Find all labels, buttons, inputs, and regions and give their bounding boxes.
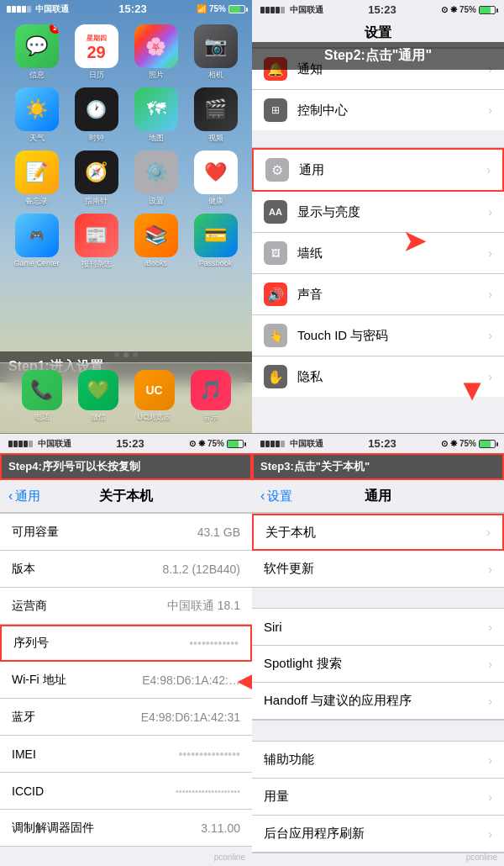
usage-chevron: ›: [488, 790, 492, 804]
q4-row-accessibility[interactable]: 辅助功能 ›: [252, 742, 504, 779]
settings-row-wallpaper[interactable]: 🖼 墙纸 ›: [252, 233, 504, 274]
q4-carrier-label: 中国联通: [290, 438, 323, 450]
handoff-label: Handoff 与建议的应用程序: [264, 693, 488, 709]
app-gamecenter[interactable]: 🎮 Game Center: [10, 214, 63, 270]
control-center-label: 控制中心: [297, 103, 488, 119]
dock-music[interactable]: 🎵 音乐: [191, 370, 231, 423]
messages-badge: 2: [50, 24, 59, 34]
app-clock-label: 时钟: [89, 133, 104, 144]
dock-phone[interactable]: 📞 电话: [22, 370, 62, 423]
q4-row-software-update[interactable]: 软件更新 ›: [252, 551, 504, 588]
wallpaper-icon: 🖼: [264, 241, 287, 265]
q1-status-left: 中国联通: [7, 3, 69, 15]
app-clock[interactable]: 🕐 时钟: [70, 87, 123, 144]
app-health[interactable]: ❤️ 健康: [189, 150, 242, 207]
app-camera[interactable]: 📷 相机: [189, 24, 242, 81]
app-settings[interactable]: ⚙️ 设置: [129, 150, 182, 207]
battery-pct-label: 75%: [209, 4, 226, 13]
settings-row-control[interactable]: ⊞ 控制中心 ›: [252, 90, 504, 130]
app-messages[interactable]: 💬 2 信息: [10, 24, 63, 81]
step2-label: Step2:点击"通用": [324, 48, 432, 62]
dock-uc[interactable]: UC UC浏览器: [134, 370, 175, 423]
q4-section-3: 辅助功能 › 用量 › 后台应用程序刷新 ›: [252, 741, 504, 853]
uc-icon: UC: [145, 383, 162, 397]
q4-back-chevron: ‹: [260, 488, 265, 504]
camera-icon: 📷: [204, 35, 227, 57]
general-label: 通用: [299, 162, 486, 178]
app-compass[interactable]: 🧭 指南针: [70, 150, 123, 207]
app-photos-label: 照片: [149, 70, 164, 81]
bt-label: 蓝牙: [12, 710, 141, 725]
dock-wechat[interactable]: 💚 微信: [78, 370, 118, 423]
settings-row-touchid[interactable]: 👆 Touch ID 与密码 ›: [252, 315, 504, 356]
carrier-label: 中国联通: [35, 3, 69, 15]
accessibility-chevron: ›: [488, 753, 492, 767]
q4-signal-icon: [260, 441, 285, 447]
videos-icon: 🎬: [204, 98, 227, 120]
control-center-icon: ⊞: [264, 98, 287, 122]
app-weather-label: 天气: [29, 133, 45, 144]
q3-row-wifi: Wi-Fi 地址 E4:98:D6:1A:42:…: [0, 662, 252, 699]
settings-row-display[interactable]: AA 显示与亮度 ›: [252, 192, 504, 233]
q3-row-serial[interactable]: 序列号 ••••••••••••: [0, 625, 252, 662]
general-icon: ⚙: [265, 158, 289, 182]
q1-status-right: 📶 75%: [197, 4, 245, 13]
q4-row-siri[interactable]: Siri ›: [252, 609, 504, 646]
right-arrow-icon: ➤: [403, 226, 426, 256]
app-calendar[interactable]: 星期四 29 日历: [70, 24, 123, 81]
q1-home-screen: 中国联通 15:23 📶 75% 💬 2 信息 星期四 29 日历: [0, 0, 252, 433]
touchid-icon: 👆: [264, 324, 287, 347]
touchid-label: Touch ID 与密码: [297, 328, 488, 344]
app-maps[interactable]: 🗺 地图: [129, 87, 182, 144]
app-newspaper-label: 报刊杂志: [81, 259, 112, 270]
q4-bluetooth-icon: ❋: [450, 439, 457, 448]
q4-back-button[interactable]: ‹ 设置: [260, 488, 292, 504]
clock-icon: 🕐: [86, 99, 107, 119]
app-newspaper[interactable]: 📰 报刊杂志: [70, 214, 123, 270]
music-icon: 🎵: [199, 379, 222, 401]
display-icon: AA: [264, 200, 287, 224]
dock-phone-label: 电话: [34, 412, 50, 423]
app-passbook[interactable]: 💳 Passbook: [189, 214, 242, 270]
iccid-value: ••••••••••••••••••••: [176, 786, 240, 796]
capacity-label: 可用容量: [12, 525, 197, 540]
q4-row-usage[interactable]: 用量 ›: [252, 779, 504, 816]
q3-row-carrier: 运营商 中国联通 18.1: [0, 588, 252, 625]
app-weather[interactable]: ☀️ 天气: [10, 87, 63, 144]
app-settings-label: 设置: [149, 196, 164, 207]
imei-label: IMEI: [12, 747, 178, 761]
q2-wifi-icon: ⊙: [441, 5, 448, 14]
modem-label: 调制解调器固件: [12, 821, 201, 836]
app-notes[interactable]: 📝 备忘录: [10, 150, 63, 207]
health-icon: ❤️: [204, 161, 227, 183]
q4-row-about[interactable]: 关于本机 ›: [252, 514, 504, 551]
settings-row-general[interactable]: ⚙ 通用 ›: [252, 148, 504, 192]
gamecenter-icon: 🎮: [29, 229, 44, 242]
app-grid: 💬 2 信息 星期四 29 日历 🌸 照片 📷 相机: [0, 18, 252, 277]
handoff-chevron: ›: [488, 694, 492, 708]
app-passbook-label: Passbook: [199, 259, 233, 267]
q2-arrow-decoration: ➤: [403, 225, 426, 257]
spotlight-label: Spotlight 搜索: [264, 656, 488, 672]
settings-gap-1: [252, 130, 504, 147]
q3-wifi-icon: ⊙: [189, 439, 196, 448]
q4-row-spotlight[interactable]: Spotlight 搜索 ›: [252, 646, 504, 683]
app-videos[interactable]: 🎬 视频: [189, 87, 242, 144]
app-ibooks[interactable]: 📚 iBooks: [129, 214, 182, 270]
q2-status-bar: 中国联通 15:23 ⊙ ❋ 75%: [252, 0, 504, 19]
general-chevron: ›: [486, 163, 491, 177]
step3-label: Step3:点击"关于本机": [260, 460, 370, 473]
q3-back-button[interactable]: ‹ 通用: [8, 488, 40, 504]
sound-label: 声音: [297, 287, 488, 303]
q4-wifi-icon: ⊙: [441, 439, 448, 448]
settings-row-sound[interactable]: 🔊 声音 ›: [252, 274, 504, 315]
app-ibooks-label: iBooks: [144, 259, 167, 267]
q4-watermark: pconline: [466, 853, 497, 862]
sound-chevron: ›: [488, 288, 492, 301]
q4-section-2: Siri › Spotlight 搜索 › Handoff 与建议的应用程序 ›: [252, 608, 504, 721]
q4-row-handoff[interactable]: Handoff 与建议的应用程序 ›: [252, 683, 504, 720]
q3-row-version: 版本 8.1.2 (12B440): [0, 551, 252, 588]
q3-battery-pct: 75%: [207, 439, 224, 448]
app-photos[interactable]: 🌸 照片: [129, 24, 182, 81]
q4-row-background-refresh[interactable]: 后台应用程序刷新 ›: [252, 816, 504, 853]
